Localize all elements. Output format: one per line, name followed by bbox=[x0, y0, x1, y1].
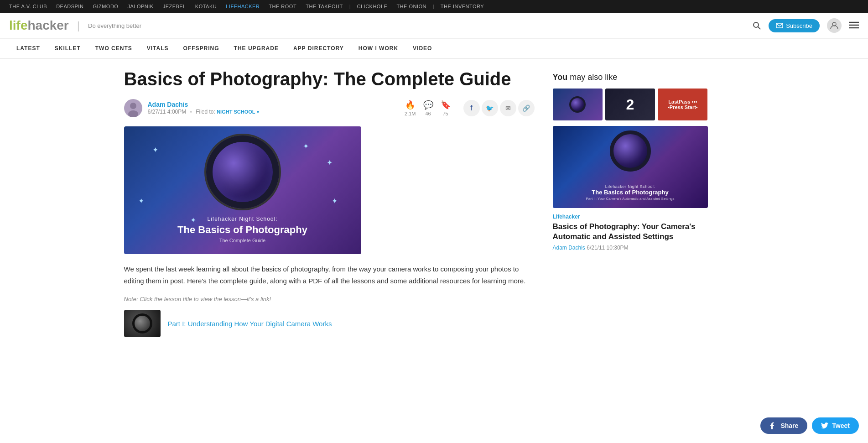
filed-to: Filed to: NIGHT SCHOOL ▾ bbox=[196, 109, 259, 115]
subscribe-label: Subscribe bbox=[786, 22, 812, 29]
top-nav-the-inventory[interactable]: THE INVENTORY bbox=[436, 4, 489, 9]
comments-count: 46 bbox=[425, 111, 431, 116]
sidebar-article-title[interactable]: Basics of Photography: Your Camera's Aut… bbox=[553, 222, 708, 242]
subscribe-button[interactable]: Subscribe bbox=[769, 19, 820, 32]
sparkle-decoration: ✦ bbox=[327, 158, 333, 167]
sidebar-author-date: Adam Dachis 6/21/11 10:30PM bbox=[553, 245, 708, 251]
top-nav-jalopnik[interactable]: JALOPNIK bbox=[123, 4, 158, 9]
top-nav-clickhole[interactable]: CLICKHOLE bbox=[353, 4, 392, 9]
comment-icon: 💬 bbox=[423, 100, 433, 110]
secondary-navigation: LATEST SKILLET TWO CENTS VITALS OFFSPRIN… bbox=[0, 39, 868, 59]
nav-the-upgrade[interactable]: THE UPGRADE bbox=[227, 39, 286, 58]
top-nav-deadspin[interactable]: DEADSPIN bbox=[52, 4, 88, 9]
hero-image: ✦ ✦ ✦ ✦ ✦ ✦ ✦ Lifehacker Night School: T… bbox=[124, 126, 361, 254]
author-photo bbox=[124, 99, 142, 117]
sidebar-thumbnails-row: 2 LastPass ••• •Press Start• bbox=[553, 89, 708, 120]
filed-to-link[interactable]: NIGHT SCHOOL bbox=[217, 109, 255, 115]
top-nav-the-takeout[interactable]: THE TAKEOUT bbox=[301, 4, 348, 9]
header-right: Subscribe bbox=[752, 18, 859, 33]
top-nav-lifehacker[interactable]: LIFEHACKER bbox=[221, 4, 264, 9]
search-icon bbox=[752, 21, 761, 30]
logo-divider: | bbox=[77, 19, 80, 32]
sidebar-source-label: Lifehacker bbox=[553, 214, 708, 220]
hero-sub-title: The Complete Guide bbox=[177, 238, 307, 243]
sparkle-decoration: ✦ bbox=[303, 142, 309, 151]
hero-subtitle: Lifehacker Night School: bbox=[177, 216, 307, 222]
you-label: You bbox=[553, 73, 568, 82]
hero-main-title: The Basics of Photography bbox=[177, 224, 307, 236]
site-logo[interactable]: lifehacker bbox=[9, 18, 69, 33]
svg-rect-2 bbox=[776, 23, 783, 28]
sparkle-decoration: ✦ bbox=[138, 197, 144, 205]
lens-inner-graphic bbox=[224, 154, 261, 190]
part-1-link[interactable]: Part I: Understanding How Your Digital C… bbox=[168, 320, 332, 328]
email-share-button[interactable]: ✉ bbox=[500, 100, 516, 116]
article-body: We spent the last week learning all abou… bbox=[124, 263, 535, 287]
may-like-label: may also like bbox=[567, 73, 617, 82]
author-info: Adam Dachis 6/27/11 4:00PM • Filed to: N… bbox=[148, 101, 259, 115]
sidebar-featured-text: Lifehacker Night School: The Basics of P… bbox=[586, 184, 674, 201]
top-nav-kotaku[interactable]: KOTAKU bbox=[191, 4, 221, 9]
sidebar-featured-image[interactable]: Lifehacker Night School: The Basics of P… bbox=[553, 126, 708, 208]
nav-how-i-work[interactable]: HOW I WORK bbox=[351, 39, 405, 58]
nav-video[interactable]: VIDEO bbox=[405, 39, 439, 58]
article-meta: Adam Dachis 6/27/11 4:00PM • Filed to: N… bbox=[124, 99, 535, 117]
sparkle-decoration: ✦ bbox=[332, 197, 338, 205]
lastpass-text: LastPass ••• •Press Start• bbox=[664, 95, 702, 114]
sparkle-decoration: ✦ bbox=[152, 146, 158, 154]
you-may-like-header: You may also like bbox=[553, 73, 708, 82]
email-icon bbox=[776, 23, 783, 28]
sidebar-thumb-3[interactable]: LastPass ••• •Press Start• bbox=[658, 89, 707, 120]
top-nav-gizmodo[interactable]: GIZMODO bbox=[88, 4, 123, 9]
logo-hacker: hacker bbox=[27, 18, 68, 32]
chevron-down-icon[interactable]: ▾ bbox=[257, 109, 259, 115]
views-stat: 🔥 2.1M bbox=[405, 100, 416, 116]
sidebar: You may also like 2 LastPass ••• •Press … bbox=[553, 68, 708, 337]
author-avatar bbox=[124, 99, 142, 117]
copy-link-button[interactable]: 🔗 bbox=[518, 100, 535, 116]
twitter-share-button[interactable]: 🐦 bbox=[482, 100, 498, 116]
svg-line-1 bbox=[758, 27, 760, 29]
top-nav-the-root[interactable]: THE ROOT bbox=[264, 4, 301, 9]
user-icon bbox=[830, 21, 838, 30]
nav-vitals[interactable]: VITALS bbox=[140, 39, 176, 58]
user-account-button[interactable] bbox=[827, 18, 842, 33]
bookmark-icon: 🔖 bbox=[441, 100, 451, 110]
top-nav-the-onion[interactable]: THE ONION bbox=[392, 4, 431, 9]
nav-two-cents[interactable]: TWO CENTS bbox=[88, 39, 140, 58]
article-title: Basics of Photography: The Complete Guid… bbox=[124, 68, 535, 90]
hamburger-menu-button[interactable] bbox=[849, 21, 859, 31]
svg-point-8 bbox=[130, 103, 136, 109]
sidebar-author-link[interactable]: Adam Dachis bbox=[553, 245, 585, 251]
top-nav-divider-2: | bbox=[431, 4, 436, 9]
search-button[interactable] bbox=[752, 21, 761, 30]
logo-area: lifehacker | Do everything better bbox=[9, 18, 141, 33]
nav-offspring[interactable]: OFFSPRING bbox=[176, 39, 227, 58]
article-note: Note: Click the lesson title to view the… bbox=[124, 296, 535, 302]
author-name[interactable]: Adam Dachis bbox=[148, 101, 259, 108]
top-nav-av-club[interactable]: THE A.V. CLUB bbox=[5, 4, 52, 9]
sidebar-featured-sub: Part II: Your Camera's Automatic and Ass… bbox=[586, 197, 674, 201]
main-content: Basics of Photography: The Complete Guid… bbox=[124, 68, 553, 337]
part-thumbnail bbox=[124, 310, 161, 337]
sidebar-date: 6/21/11 10:30PM bbox=[587, 245, 628, 251]
sidebar-thumb-2[interactable]: 2 bbox=[605, 89, 655, 120]
views-count: 2.1M bbox=[405, 111, 416, 116]
saves-count: 75 bbox=[442, 111, 448, 116]
saves-stat[interactable]: 🔖 75 bbox=[441, 100, 451, 116]
site-tagline: Do everything better bbox=[88, 22, 141, 29]
social-share-buttons: f 🐦 ✉ 🔗 bbox=[463, 100, 535, 116]
nav-app-directory[interactable]: APP DIRECTORY bbox=[286, 39, 351, 58]
thumb-2-number: 2 bbox=[626, 96, 634, 113]
comments-stat[interactable]: 💬 46 bbox=[423, 100, 433, 116]
thumb-lens-1 bbox=[569, 96, 586, 113]
top-nav-jezebel[interactable]: JEZEBEL bbox=[158, 4, 191, 9]
facebook-share-button[interactable]: f bbox=[463, 100, 480, 116]
nav-skillet[interactable]: SKILLET bbox=[47, 39, 88, 58]
article-paragraph-1: We spent the last week learning all abou… bbox=[124, 263, 535, 287]
nav-latest[interactable]: LATEST bbox=[9, 39, 47, 58]
sidebar-thumb-1[interactable] bbox=[553, 89, 603, 120]
meta-separator: • bbox=[190, 108, 192, 115]
camera-lens-graphic bbox=[206, 136, 279, 208]
part-lens-graphic bbox=[132, 313, 152, 334]
